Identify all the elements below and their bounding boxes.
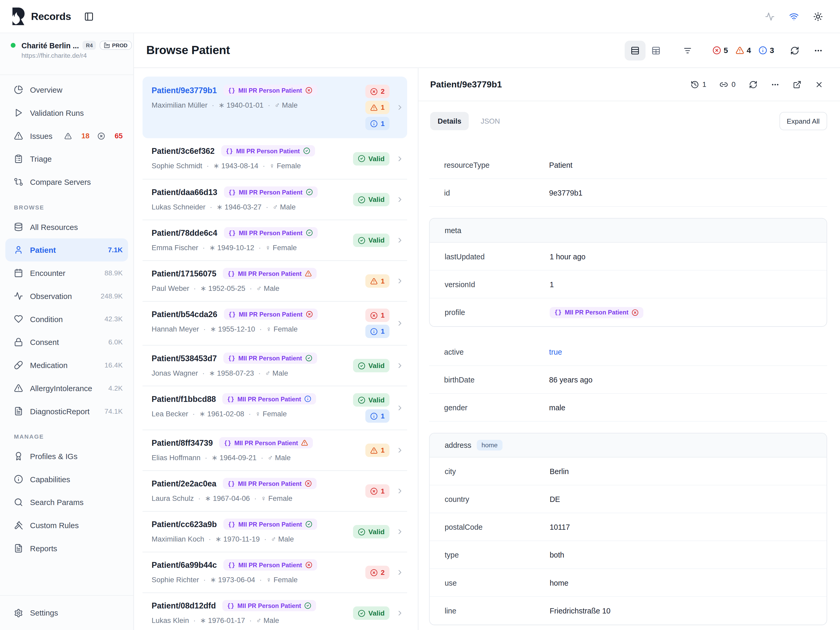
manage-section-label: MANAGE <box>0 423 133 445</box>
patient-id-link[interactable]: Patient/cc623a9b <box>152 520 217 529</box>
refresh-button[interactable] <box>790 46 799 55</box>
patient-birthdate: ∗ 1967-04-06 <box>205 494 250 503</box>
patient-id-link[interactable]: Patient/f1bbcd88 <box>152 394 216 403</box>
patient-row[interactable]: Patient/f1bbcd88{}MII PR Person PatientL… <box>142 385 407 429</box>
patient-id-link[interactable]: Patient/538453d7 <box>152 354 217 363</box>
patient-row[interactable]: Patient/08d12dfd{}MII PR Person PatientL… <box>142 592 407 630</box>
braces-icon: {} <box>228 521 235 527</box>
patient-row[interactable]: Patient/3c6ef362{}MII PR Person PatientS… <box>142 138 407 179</box>
patient-id-link[interactable]: Patient/9e3779b1 <box>152 86 217 95</box>
wifi-icon[interactable] <box>789 11 799 21</box>
profile-badge: {}MII PR Person Patient <box>221 145 315 156</box>
panel-tabs-row: DetailsJSON Expand All <box>418 101 840 140</box>
patient-id-link[interactable]: Patient/daa66d13 <box>152 188 217 197</box>
detail-label: type <box>445 551 549 559</box>
sidebar-item-profiles-igs[interactable]: Profiles & IGs <box>5 445 128 468</box>
more-button[interactable] <box>814 46 823 55</box>
tab-details[interactable]: Details <box>430 112 469 130</box>
sidebar-item-patient[interactable]: Patient7.1K <box>5 238 128 261</box>
external-link-button[interactable] <box>793 80 801 89</box>
braces-icon: {} <box>227 270 235 277</box>
detail-value: true <box>549 347 562 356</box>
patient-birthdate: ∗ 1976-01-17 <box>200 616 245 625</box>
birth-icon: ∗ <box>209 244 215 252</box>
birth-icon: ∗ <box>210 576 216 584</box>
gender-icon: ♀ <box>261 494 267 502</box>
detail-value: Berlin <box>549 467 569 476</box>
braces-icon: {} <box>229 229 236 236</box>
detail-label: gender <box>444 403 549 412</box>
expand-all-button[interactable]: Expand All <box>779 112 827 130</box>
warnings-summary[interactable]: 4 <box>736 46 751 55</box>
activity-icon[interactable] <box>765 11 775 21</box>
sidebar-item-search-params[interactable]: Search Params <box>5 491 128 514</box>
braces-icon: {} <box>229 311 236 317</box>
patient-id-link[interactable]: Patient/08d12dfd <box>152 601 216 610</box>
sidebar-item-all-resources[interactable]: All Resources <box>5 215 128 238</box>
patient-summary: Hannah Meyer·∗ 1955-12-10·♀ Female <box>152 325 365 333</box>
profile-badge: {}MII PR Person Patient <box>224 227 317 238</box>
triangle-alert-count: 18 <box>64 132 90 140</box>
patient-name: Elias Hoffmann <box>152 453 201 462</box>
sidebar-item-custom-rules[interactable]: Custom Rules <box>5 514 128 537</box>
sidebar-item-diagnosticreport[interactable]: DiagnosticReport74.1K <box>5 399 128 423</box>
sun-icon[interactable] <box>813 11 823 21</box>
patient-row[interactable]: Patient/b54cda26{}MII PR Person PatientH… <box>142 301 407 345</box>
profile-badge: {}MII PR Person Patient <box>223 559 317 571</box>
filter-button[interactable] <box>683 46 692 55</box>
patient-row[interactable]: Patient/8ff34739{}MII PR Person PatientE… <box>142 430 407 471</box>
sidebar-item-condition[interactable]: Condition42.3K <box>5 307 128 330</box>
sidebar-item-triage[interactable]: Triage <box>5 147 128 171</box>
sidebar-item-settings[interactable]: Settings <box>5 602 128 624</box>
sidebar-item-observation[interactable]: Observation248.9K <box>5 284 128 308</box>
sidebar-item-consent[interactable]: Consent6.0K <box>5 330 128 354</box>
server-selector[interactable]: Charité Berlin ... R4 PROD https://fhir.… <box>0 33 133 75</box>
detail-value: 9e3779b1 <box>549 188 583 197</box>
rows-view-button[interactable] <box>624 40 646 60</box>
sidebar-item-allergyintolerance[interactable]: AllergyIntolerance4.2K <box>5 377 128 400</box>
sidebar-item-validation-runs[interactable]: Validation Runs <box>5 101 128 125</box>
sidebar-item-compare-servers[interactable]: Compare Servers <box>5 171 128 193</box>
patient-row[interactable]: Patient/9e3779b1{}MII PR Person PatientM… <box>142 77 407 138</box>
patient-id-link[interactable]: Patient/78dde6c4 <box>152 228 217 237</box>
status-badges: Valid1 <box>353 393 390 423</box>
triangle-alert-icon <box>14 131 23 141</box>
infos-summary[interactable]: 3 <box>759 46 774 55</box>
patient-row[interactable]: Patient/17156075{}MII PR Person PatientP… <box>142 261 407 301</box>
patient-id-link[interactable]: Patient/2e2ac0ea <box>152 479 216 488</box>
patient-id-link[interactable]: Patient/b54cda26 <box>152 310 217 319</box>
gavel-icon <box>14 521 23 530</box>
sidebar-item-medication[interactable]: Medication16.4K <box>5 354 128 377</box>
table-view-button[interactable] <box>646 40 666 60</box>
sidebar-item-reports[interactable]: Reports <box>5 537 128 560</box>
patient-id-link[interactable]: Patient/8ff34739 <box>152 438 213 447</box>
sidebar-item-overview[interactable]: Overview <box>5 78 128 101</box>
detail-label: lastUpdated <box>445 252 549 261</box>
patient-id-link[interactable]: Patient/3c6ef362 <box>152 146 215 155</box>
refresh-button[interactable] <box>749 80 758 89</box>
patient-row[interactable]: Patient/2e2ac0ea{}MII PR Person PatientL… <box>142 471 407 511</box>
patient-row[interactable]: Patient/78dde6c4{}MII PR Person PatientE… <box>142 220 407 261</box>
sidebar-item-capabilities[interactable]: Capabilities <box>5 468 128 491</box>
sidebar-item-issues[interactable]: Issues1865 <box>5 124 128 147</box>
birth-icon: ∗ <box>200 284 206 293</box>
braces-icon: {} <box>227 480 235 487</box>
patient-id-link[interactable]: Patient/6a99b44c <box>152 561 217 570</box>
patient-id-link[interactable]: Patient/17156075 <box>152 269 216 278</box>
patient-row[interactable]: Patient/daa66d13{}MII PR Person PatientL… <box>142 179 407 220</box>
link-button[interactable]: 0 <box>720 80 736 89</box>
patient-row[interactable]: Patient/6a99b44c{}MII PR Person PatientS… <box>142 552 407 592</box>
circle-x-icon <box>370 88 378 95</box>
patient-row[interactable]: Patient/cc623a9b{}MII PR Person PatientM… <box>142 511 407 552</box>
x-button[interactable] <box>815 80 823 89</box>
circle-x-icon <box>305 480 312 487</box>
search-icon <box>14 498 23 507</box>
errors-summary[interactable]: 5 <box>712 46 728 55</box>
sidebar-item-encounter[interactable]: Encounter88.9K <box>5 261 128 284</box>
detail-row: countryDE <box>430 485 827 513</box>
history-button[interactable]: 1 <box>691 80 706 89</box>
patient-row[interactable]: Patient/538453d7{}MII PR Person PatientJ… <box>142 345 407 385</box>
panel-toggle-button[interactable] <box>84 11 94 21</box>
more-button[interactable] <box>771 80 780 89</box>
tab-json[interactable]: JSON <box>473 112 508 130</box>
